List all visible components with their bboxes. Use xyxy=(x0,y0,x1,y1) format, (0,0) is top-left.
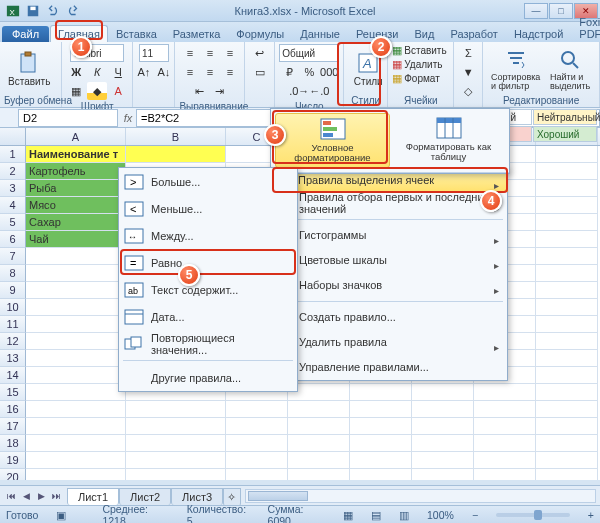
status-ready: Готово xyxy=(6,509,38,521)
svg-rect-3 xyxy=(30,6,35,10)
view-normal-icon[interactable]: ▦ xyxy=(343,509,353,521)
currency-icon[interactable]: ₽ xyxy=(279,63,299,81)
align-left-icon[interactable]: ≡ xyxy=(180,63,200,81)
autosum-icon[interactable]: Σ xyxy=(458,44,478,62)
style-neutral[interactable]: Нейтральный xyxy=(533,109,597,125)
zoom-in-icon[interactable]: + xyxy=(588,509,594,521)
svg-text:ab: ab xyxy=(128,286,138,296)
zoom-slider[interactable] xyxy=(496,513,570,517)
paste-button[interactable]: Вставить xyxy=(4,49,54,89)
menu-data-bars[interactable]: Гистограммы xyxy=(271,223,507,248)
svg-rect-11 xyxy=(323,127,337,131)
tab-developer[interactable]: Разработ xyxy=(442,25,505,42)
group-cells-label: Ячейки xyxy=(392,94,449,107)
underline-icon[interactable]: Ч xyxy=(108,63,128,81)
save-icon[interactable] xyxy=(24,2,42,20)
indent-dec-icon[interactable]: ⇤ xyxy=(190,82,210,100)
minimize-button[interactable]: — xyxy=(524,3,548,19)
tab-formulas[interactable]: Формулы xyxy=(228,25,292,42)
col-header-B[interactable]: B xyxy=(126,128,226,145)
tab-layout[interactable]: Разметка xyxy=(165,25,229,42)
grow-font-icon[interactable]: A↑ xyxy=(134,63,154,81)
style-good[interactable]: Хороший xyxy=(533,126,597,142)
row-header[interactable]: 1 xyxy=(0,146,26,163)
view-pagebreak-icon[interactable]: ▥ xyxy=(399,509,409,521)
align-mid-icon[interactable]: ≡ xyxy=(200,44,220,62)
insert-cells-button[interactable]: ▦Вставить xyxy=(392,44,446,57)
italic-icon[interactable]: К xyxy=(87,63,107,81)
fill-color-icon[interactable]: ◆ xyxy=(87,82,107,100)
comma-icon[interactable]: 000 xyxy=(319,63,339,81)
select-all-corner[interactable] xyxy=(0,128,26,145)
sheet-nav-last-icon[interactable]: ⏭ xyxy=(49,489,63,503)
rule-between[interactable]: ↔ Между... xyxy=(119,222,297,249)
rule-greater-than[interactable]: > Больше... xyxy=(119,168,297,195)
callout-2: 2 xyxy=(370,36,392,58)
horizontal-scrollbar[interactable] xyxy=(245,489,596,503)
merge-icon[interactable]: ▭ xyxy=(250,63,270,81)
tab-foxit[interactable]: Foxit PDF xyxy=(571,13,600,42)
inc-decimal-icon[interactable]: .0→ xyxy=(289,82,309,100)
name-box[interactable] xyxy=(18,109,118,127)
rule-text-contains[interactable]: ab Текст содержит... xyxy=(119,276,297,303)
fill-icon[interactable]: ▼ xyxy=(458,63,478,81)
equal-icon: = xyxy=(124,254,144,272)
border-icon[interactable]: ▦ xyxy=(66,82,86,100)
tab-addins[interactable]: Надстрой xyxy=(506,25,571,42)
align-bot-icon[interactable]: ≡ xyxy=(220,44,240,62)
indent-inc-icon[interactable]: ⇥ xyxy=(210,82,230,100)
delete-cells-button[interactable]: ▦Удалить xyxy=(392,58,442,71)
cell[interactable]: Наименование т xyxy=(26,146,126,163)
redo-icon[interactable] xyxy=(64,2,82,20)
menu-color-scales[interactable]: Цветовые шкалы xyxy=(271,248,507,273)
callout-4: 4 xyxy=(480,190,502,212)
col-header-A[interactable]: A xyxy=(26,128,126,145)
rule-less-than[interactable]: < Меньше... xyxy=(119,195,297,222)
tab-insert[interactable]: Вставка xyxy=(108,25,165,42)
rule-date[interactable]: Дата... xyxy=(119,303,297,330)
svg-rect-10 xyxy=(323,121,331,125)
font-color-icon[interactable]: A xyxy=(108,82,128,100)
callout-5: 5 xyxy=(178,264,200,286)
align-top-icon[interactable]: ≡ xyxy=(180,44,200,62)
font-size-combo[interactable]: 11 xyxy=(139,44,169,62)
shrink-font-icon[interactable]: A↓ xyxy=(154,63,174,81)
bold-icon[interactable]: Ж xyxy=(66,63,86,81)
wrap-text-icon[interactable]: ↩ xyxy=(250,44,270,62)
text-icon: ab xyxy=(124,281,144,299)
status-macro-icon[interactable]: ▣ xyxy=(56,509,66,521)
tab-view[interactable]: Вид xyxy=(407,25,443,42)
maximize-button[interactable]: □ xyxy=(549,3,573,19)
find-select-button[interactable]: Найти и выделить xyxy=(546,46,595,93)
file-tab[interactable]: Файл xyxy=(2,26,49,42)
rule-other[interactable]: Другие правила... xyxy=(119,364,297,391)
view-layout-icon[interactable]: ▤ xyxy=(371,509,381,521)
clear-icon[interactable]: ◇ xyxy=(458,82,478,100)
sort-filter-button[interactable]: Сортировка и фильтр xyxy=(487,46,544,93)
menu-manage-rules[interactable]: ☰ Управление правилами... xyxy=(271,355,507,380)
format-as-table-button[interactable]: Форматировать как таблицу xyxy=(392,113,505,168)
align-center-icon[interactable]: ≡ xyxy=(200,63,220,81)
less-icon: < xyxy=(124,200,144,218)
fx-icon[interactable]: fx xyxy=(120,112,136,124)
menu-clear-rules[interactable]: ⌫ Удалить правила xyxy=(271,330,507,355)
rule-equal-to[interactable]: = Равно... xyxy=(119,249,297,276)
zoom-out-icon[interactable]: − xyxy=(472,509,478,521)
zoom-level[interactable]: 100% xyxy=(427,509,454,521)
sheet-nav-prev-icon[interactable]: ◀ xyxy=(19,489,33,503)
rule-duplicates[interactable]: Повторяющиеся значения... xyxy=(119,330,297,357)
sheet-nav-next-icon[interactable]: ▶ xyxy=(34,489,48,503)
dec-decimal-icon[interactable]: ←.0 xyxy=(309,82,329,100)
tab-data[interactable]: Данные xyxy=(292,25,348,42)
align-right-icon[interactable]: ≡ xyxy=(220,63,240,81)
format-cells-button[interactable]: ▦Формат xyxy=(392,72,440,85)
excel-icon[interactable]: X xyxy=(4,2,22,20)
menu-new-rule[interactable]: ✦ Создать правило... xyxy=(271,305,507,330)
number-format-combo[interactable]: Общий xyxy=(279,44,339,62)
sheet-nav-first-icon[interactable]: ⏮ xyxy=(4,489,18,503)
conditional-formatting-button[interactable]: Условное форматирование xyxy=(275,113,390,168)
menu-icon-sets[interactable]: Наборы значков xyxy=(271,273,507,298)
menu-top-bottom-rules[interactable]: Правила отбора первых и последних значен… xyxy=(271,191,507,216)
percent-icon[interactable]: % xyxy=(299,63,319,81)
undo-icon[interactable] xyxy=(44,2,62,20)
